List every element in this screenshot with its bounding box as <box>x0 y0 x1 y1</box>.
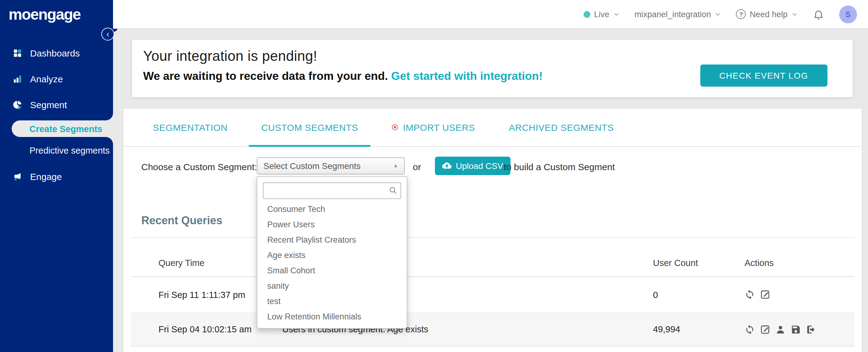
red-target-icon <box>392 124 398 130</box>
col-actions: Actions <box>745 258 855 267</box>
tab-import-users[interactable]: IMPORT USERS <box>380 108 488 146</box>
save-icon[interactable] <box>790 324 801 334</box>
cloud-upload-icon <box>442 161 452 170</box>
table-row: Fri Sep 11 1:11:37 pm 0 <box>131 277 855 313</box>
caret-up-icon: ▲ <box>393 163 398 168</box>
tab-segmentation[interactable]: SEGMENTATION <box>141 108 240 146</box>
dropdown-option[interactable]: Power Users <box>257 217 407 232</box>
tab-archived-segments[interactable]: ARCHIVED SEGMENTS <box>496 108 626 146</box>
sidebar-item-segment[interactable]: Segment <box>0 92 113 117</box>
moengage-logo: moengage <box>0 0 113 23</box>
dropdown-options: Consumer Tech Power Users Recent Playlis… <box>257 201 407 324</box>
dropdown-option[interactable]: Low Retention Millennials <box>257 309 407 324</box>
dropdown-option[interactable]: sanity <box>257 278 407 293</box>
table-header-row: Query Time User Count Actions <box>131 237 855 277</box>
help-menu[interactable]: ? Need help <box>736 9 798 19</box>
tab-bar: SEGMENTATION CUSTOM SEGMENTS IMPORT USER… <box>123 108 862 147</box>
edit-icon[interactable] <box>760 324 770 334</box>
table-row: Fri Sep 04 10:02:15 am Users in custom s… <box>131 313 855 346</box>
col-user-count: User Count <box>653 258 745 267</box>
user-avatar[interactable]: S <box>839 5 857 23</box>
custom-segment-select[interactable]: Select Custom Segments ▲ <box>257 157 405 174</box>
top-bar: Live mixpanel_integration ? Need help S <box>113 0 868 29</box>
grid-icon <box>13 48 22 58</box>
search-input[interactable] <box>263 182 401 199</box>
search-icon <box>389 186 398 194</box>
user-count-cell: 0 <box>653 290 745 299</box>
sidebar-item-analyze[interactable]: Analyze <box>0 66 113 92</box>
sidebar: moengage Dashboards Analyze Segment Crea… <box>0 0 113 352</box>
custom-segment-dropdown: Consumer Tech Power Users Recent Playlis… <box>257 176 407 328</box>
tab-custom-segments[interactable]: CUSTOM SEGMENTS <box>249 108 370 146</box>
get-started-link[interactable]: Get started with integration! <box>391 69 542 82</box>
segments-panel: SEGMENTATION CUSTOM SEGMENTS IMPORT USER… <box>123 108 862 352</box>
recent-queries-title: Recent Queries <box>141 214 222 227</box>
chevron-down-icon <box>715 11 721 18</box>
user-icon[interactable] <box>775 324 786 334</box>
live-status-dot <box>584 11 590 18</box>
sidebar-subitem-create-segments[interactable]: Create Segments <box>0 120 113 137</box>
help-label: Need help <box>750 9 787 19</box>
sidebar-subitem-predictive-segments[interactable]: Predictive segments <box>0 142 113 159</box>
notch <box>106 137 113 145</box>
refresh-icon[interactable] <box>745 324 755 334</box>
dropdown-option[interactable]: Consumer Tech <box>257 201 407 217</box>
notifications-bell-icon[interactable] <box>813 8 825 20</box>
upload-csv-button[interactable]: Upload CSV <box>435 156 510 175</box>
actions-cell <box>745 289 855 300</box>
suffix-text: to build a Custom Segment <box>504 162 615 172</box>
app-root: Live mixpanel_integration ? Need help S … <box>0 0 868 352</box>
sidebar-item-engage[interactable]: Engage <box>0 163 113 189</box>
notch <box>106 113 113 120</box>
custom-segment-chooser: Choose a Custom Segment: Select Custom S… <box>123 147 862 187</box>
sidebar-collapse-button[interactable]: ‹ <box>101 28 114 40</box>
sidebar-nav: Dashboards Analyze Segment Create Segmen… <box>0 23 113 189</box>
banner-title: Your integration is pending! <box>143 48 852 64</box>
bar-chart-icon <box>13 74 22 83</box>
recent-queries-table: Query Time User Count Actions Fri Sep 11… <box>131 237 855 346</box>
user-count-cell: 49,994 <box>653 324 745 334</box>
app-switcher[interactable]: mixpanel_integration <box>634 9 721 19</box>
dropdown-option[interactable]: test <box>257 293 407 309</box>
refresh-icon[interactable] <box>745 289 755 300</box>
dropdown-option[interactable]: Recent Playlist Creators <box>257 232 407 247</box>
edit-icon[interactable] <box>760 289 770 300</box>
chevron-down-icon <box>791 11 798 18</box>
megaphone-icon <box>13 172 22 181</box>
dropdown-option[interactable]: Small Cohort <box>257 263 407 278</box>
export-icon[interactable] <box>806 324 816 334</box>
sidebar-item-dashboards[interactable]: Dashboards <box>0 40 113 66</box>
select-value: Select Custom Segments <box>264 161 361 170</box>
app-name: mixpanel_integration <box>634 9 711 19</box>
pie-chart-icon <box>13 100 22 109</box>
check-event-log-button[interactable]: CHECK EVENT LOG <box>700 64 827 87</box>
help-icon: ? <box>736 9 746 19</box>
main-content: Your integration is pending! We are wait… <box>113 29 868 352</box>
or-text: or <box>413 162 421 172</box>
environment-switcher[interactable]: Live <box>584 9 620 19</box>
integration-pending-banner: Your integration is pending! We are wait… <box>131 39 853 98</box>
dropdown-option[interactable]: Age exists <box>257 247 407 263</box>
chevron-down-icon <box>613 11 620 18</box>
actions-cell <box>745 324 855 334</box>
environment-label: Live <box>594 9 609 19</box>
chooser-label: Choose a Custom Segment: <box>141 162 257 172</box>
